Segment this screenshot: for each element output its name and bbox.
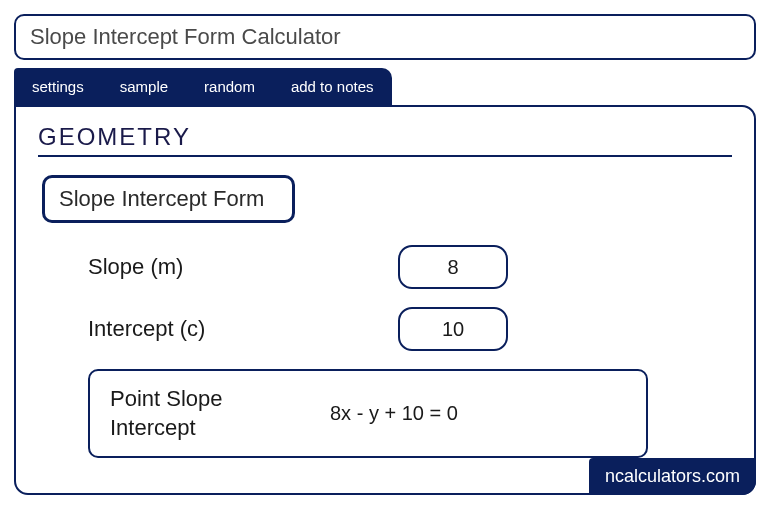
tab-bar: settings sample random add to notes (14, 68, 756, 105)
brand-link[interactable]: ncalculators.com (589, 458, 756, 495)
section-heading: GEOMETRY (38, 123, 732, 157)
tab-random[interactable]: random (186, 68, 273, 105)
result-value: 8x - y + 10 = 0 (330, 402, 458, 425)
slope-label: Slope (m) (88, 254, 398, 280)
tab-settings[interactable]: settings (14, 68, 102, 105)
calculator-panel: GEOMETRY Slope Intercept Form Slope (m) … (14, 105, 756, 495)
intercept-label: Intercept (c) (88, 316, 398, 342)
page-title: Slope Intercept Form Calculator (14, 14, 756, 60)
tab-add-to-notes[interactable]: add to notes (273, 68, 392, 105)
result-label: Point Slope Intercept (110, 385, 290, 442)
row-intercept: Intercept (c) 10 (38, 307, 732, 351)
form-title: Slope Intercept Form (42, 175, 295, 223)
slope-input[interactable]: 8 (398, 245, 508, 289)
result-box: Point Slope Intercept 8x - y + 10 = 0 (88, 369, 648, 458)
intercept-input[interactable]: 10 (398, 307, 508, 351)
row-slope: Slope (m) 8 (38, 245, 732, 289)
tab-sample[interactable]: sample (102, 68, 186, 105)
